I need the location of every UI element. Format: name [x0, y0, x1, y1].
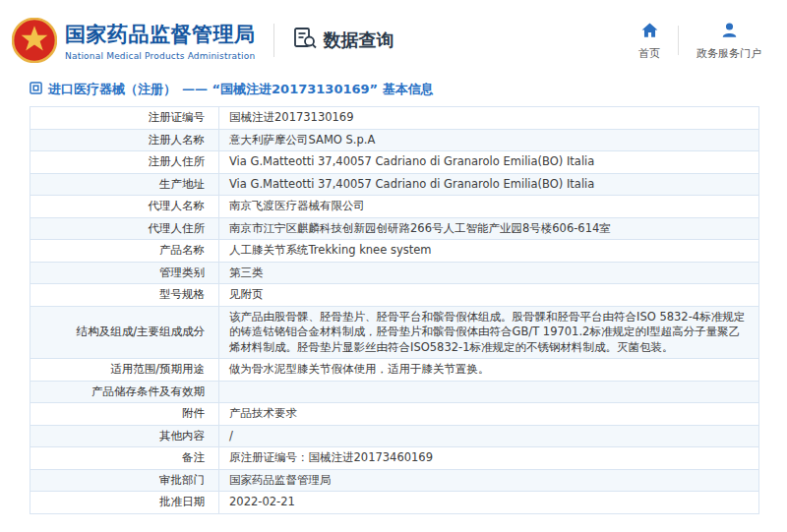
row-label: 结构及组成/主要组成成分 — [30, 306, 219, 359]
header-divider — [273, 24, 274, 57]
data-query-section: 数据查询 — [292, 26, 394, 55]
row-value: 人工膝关节系统Trekking knee system — [219, 240, 759, 263]
site-header: 国家药品监督管理局 National Medical Products Admi… — [0, 0, 787, 73]
row-label: 注册人住所 — [30, 151, 219, 174]
row-label: 生产地址 — [30, 173, 219, 196]
row-label: 代理人名称 — [30, 196, 219, 218]
header-nav: 首页 政务服务门户 — [638, 21, 761, 61]
row-value — [219, 381, 759, 403]
table-row: 结构及组成/主要组成成分 该产品由股骨髁、胫骨垫片、胫骨平台和髌骨假体组成。股骨… — [30, 306, 759, 359]
user-icon — [720, 21, 739, 43]
row-value: 做为骨水泥型膝关节假体使用，适用于膝关节置换。 — [219, 359, 759, 382]
row-label: 型号规格 — [30, 284, 219, 307]
table-row: 生产地址 Via G.Matteotti 37,40057 Cadriano d… — [30, 173, 759, 196]
title-block: 国家药品监督管理局 National Medical Products Admi… — [65, 21, 256, 61]
row-value: Via G.Matteotti 37,40057 Cadriano di Gra… — [219, 173, 759, 196]
row-value: 南京飞渡医疗器械有限公司 — [219, 196, 759, 218]
nav-divider — [678, 26, 679, 55]
row-value: 国械注进20173130169 — [219, 107, 759, 130]
table-row: 代理人住所 南京市江宁区麒麟科技创新园创研路266号人工智能产业园8号楼606-… — [30, 217, 759, 240]
site-title: 国家药品监督管理局 — [65, 21, 256, 48]
row-value: 意大利萨摩公司SAMO S.p.A — [219, 129, 759, 151]
table-row: 审批部门 国家药品监督管理局 — [30, 469, 759, 492]
row-value: 原注册证编号：国械注进20173460169 — [219, 447, 759, 470]
row-value: 南京市江宁区麒麟科技创新园创研路266号人工智能产业园8号楼606-614室 — [219, 217, 759, 240]
national-emblem-logo — [12, 18, 57, 63]
header-left: 国家药品监督管理局 National Medical Products Admi… — [12, 18, 394, 63]
row-label: 其他内容 — [30, 425, 219, 447]
nav-home[interactable]: 首页 — [638, 21, 660, 61]
nav-home-label: 首页 — [638, 46, 660, 61]
row-value: / — [219, 425, 759, 447]
row-label: 适用范围/预期用途 — [30, 359, 219, 382]
breadcrumb-icon — [30, 82, 42, 97]
table-row: 代理人名称 南京飞渡医疗器械有限公司 — [30, 196, 759, 218]
row-label: 附件 — [30, 403, 219, 426]
row-label: 注册人名称 — [30, 129, 219, 151]
site-subtitle: National Medical Products Administration — [65, 51, 256, 61]
row-label: 产品储存条件及有效期 — [30, 381, 219, 403]
row-value: 产品技术要求 — [219, 403, 759, 426]
row-label: 备注 — [30, 447, 219, 470]
table-row: 备注 原注册证编号：国械注进20173460169 — [30, 447, 759, 470]
breadcrumb: 进口医疗器械（注册） —— “国械注进20173130169” 基本信息 — [30, 81, 787, 98]
row-value: 该产品由股骨髁、胫骨垫片、胫骨平台和髌骨假体组成。股骨髁和胫骨平台由符合ISO … — [219, 306, 759, 359]
table-row: 批准日期 2022-02-21 — [30, 492, 759, 514]
breadcrumb-detail: —— “国械注进20173130169” 基本信息 — [182, 81, 434, 98]
breadcrumb-section-link[interactable]: 进口医疗器械（注册） — [48, 81, 176, 98]
row-label: 产品名称 — [30, 240, 219, 263]
row-value: 见附页 — [219, 284, 759, 307]
table-row: 附件 产品技术要求 — [30, 403, 759, 426]
row-label: 注册证编号 — [30, 107, 219, 130]
row-value: 2022-02-21 — [219, 492, 759, 514]
home-icon — [640, 21, 659, 43]
registration-info-table: 注册证编号 国械注进20173130169 注册人名称 意大利萨摩公司SAMO … — [30, 106, 759, 514]
nav-gov-portal-label: 政务服务门户 — [696, 46, 761, 61]
row-value: Via G.Matteotti 37,40057 Cadriano di Gra… — [219, 151, 759, 174]
table-row: 管理类别 第三类 — [30, 262, 759, 284]
table-row: 适用范围/预期用途 做为骨水泥型膝关节假体使用，适用于膝关节置换。 — [30, 359, 759, 382]
row-label: 代理人住所 — [30, 217, 219, 240]
row-value: 国家药品监督管理局 — [219, 469, 759, 492]
row-label: 审批部门 — [30, 469, 219, 492]
table-row: 产品名称 人工膝关节系统Trekking knee system — [30, 240, 759, 263]
table-row: 其他内容 / — [30, 425, 759, 447]
table-row: 注册人住所 Via G.Matteotti 37,40057 Cadriano … — [30, 151, 759, 174]
data-query-icon — [292, 26, 318, 55]
table-row: 注册证编号 国械注进20173130169 — [30, 107, 759, 130]
section-title: 数据查询 — [324, 29, 394, 52]
table-row: 型号规格 见附页 — [30, 284, 759, 307]
row-value: 第三类 — [219, 262, 759, 284]
row-label: 管理类别 — [30, 262, 219, 284]
row-label: 批准日期 — [30, 492, 219, 514]
nav-gov-portal[interactable]: 政务服务门户 — [696, 21, 761, 61]
table-row: 注册人名称 意大利萨摩公司SAMO S.p.A — [30, 129, 759, 151]
table-row: 产品储存条件及有效期 — [30, 381, 759, 403]
